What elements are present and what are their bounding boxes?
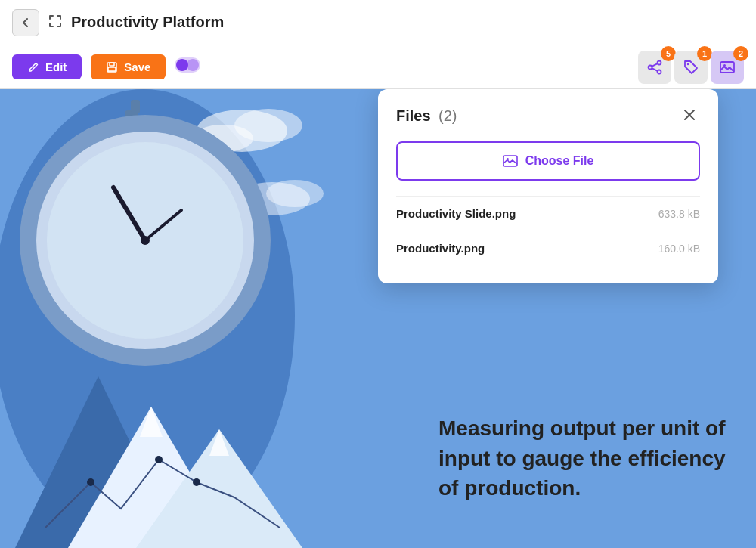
- file-list: Productivity Slide.png 633.8 kB Producti…: [396, 196, 700, 265]
- edit-button[interactable]: Edit: [12, 54, 82, 79]
- svg-rect-21: [131, 100, 140, 113]
- svg-point-4: [176, 59, 188, 71]
- toolbar: Edit Save 5 1: [0, 45, 756, 89]
- svg-point-7: [658, 70, 662, 73]
- image-button[interactable]: 2: [711, 51, 744, 84]
- svg-line-10: [652, 68, 658, 71]
- file-name: Productivity.png: [396, 242, 485, 255]
- file-name: Productivity Slide.png: [396, 207, 516, 220]
- svg-line-9: [652, 63, 658, 67]
- image-badge: 2: [733, 46, 748, 61]
- edit-icon: [27, 61, 39, 73]
- header: Productivity Platform: [0, 0, 756, 45]
- slide-text: Measuring output per unit of input to ga…: [438, 413, 726, 503]
- svg-point-27: [141, 236, 150, 245]
- close-icon: [682, 107, 697, 122]
- share-badge: 5: [661, 46, 676, 61]
- tag-button[interactable]: 1: [674, 51, 708, 84]
- image-upload-icon: [503, 153, 518, 169]
- save-button[interactable]: Save: [91, 54, 166, 79]
- page-title: Productivity Platform: [71, 14, 744, 31]
- files-panel-header: Files (2): [396, 104, 700, 128]
- toolbar-right: 5 1 2: [638, 51, 744, 84]
- slide-illustration: [0, 89, 325, 548]
- back-icon: [20, 17, 32, 29]
- file-size: 633.8 kB: [658, 208, 700, 220]
- svg-point-5: [187, 59, 199, 71]
- toggle-icon[interactable]: [175, 57, 200, 77]
- svg-point-8: [649, 65, 652, 69]
- save-icon: [106, 61, 118, 73]
- svg-point-19: [266, 180, 324, 207]
- back-button[interactable]: [12, 9, 39, 36]
- svg-point-35: [193, 478, 200, 486]
- choose-file-button[interactable]: Choose File: [396, 141, 700, 181]
- files-panel: Files (2) Choose File Productivity Slide…: [378, 89, 718, 283]
- expand-icon[interactable]: [48, 14, 62, 30]
- main-content: Measuring output per unit of input to ga…: [0, 89, 756, 548]
- svg-rect-1: [110, 63, 114, 66]
- tag-badge: 1: [697, 46, 712, 61]
- image-icon: [719, 59, 736, 76]
- share-button[interactable]: 5: [638, 51, 671, 84]
- file-item[interactable]: Productivity.png 160.0 kB: [396, 231, 700, 265]
- svg-rect-2: [108, 67, 116, 71]
- svg-point-6: [658, 60, 662, 64]
- files-panel-title: Files (2): [396, 107, 457, 125]
- file-size: 160.0 kB: [658, 243, 700, 255]
- svg-point-34: [155, 456, 163, 463]
- file-item[interactable]: Productivity Slide.png 633.8 kB: [396, 196, 700, 231]
- svg-point-33: [87, 478, 94, 486]
- share-icon: [646, 59, 663, 76]
- close-button[interactable]: [679, 104, 700, 128]
- svg-point-11: [687, 63, 689, 64]
- svg-rect-12: [720, 62, 734, 73]
- tag-icon: [683, 59, 699, 76]
